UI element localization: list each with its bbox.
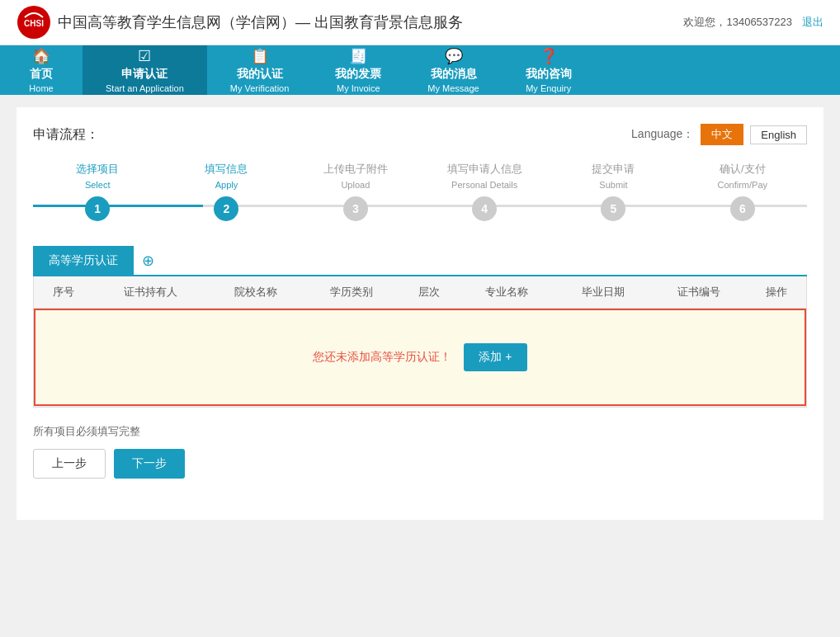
navigation: 🏠 首页 Home ☑ 申请认证 Start an Application 📋 … [0, 45, 840, 95]
nav-home[interactable]: 🏠 首页 Home [0, 45, 83, 95]
tab-bar: 高等学历认证 ⊕ [33, 246, 807, 276]
nav-enquiry-cn: 我的咨询 [526, 67, 572, 82]
language-switcher: Language： 中文 English [631, 124, 807, 145]
step-3-en: Upload [341, 180, 370, 190]
step-2-circle: 2 [214, 196, 238, 221]
nav-invoice-cn: 我的发票 [335, 67, 381, 82]
table-container: 序号 证书持有人 院校名称 学历类别 层次 专业名称 毕业日期 证书编号 操作 … [33, 276, 807, 408]
step-1-circle: 1 [85, 196, 110, 221]
step-1-num: 1 [94, 202, 101, 215]
col-action: 操作 [747, 276, 806, 309]
nav-apply-cn: 申请认证 [121, 67, 168, 82]
nav-apply[interactable]: ☑ 申请认证 Start an Application [83, 45, 207, 95]
empty-state-cell: 您还未添加高等学历认证！ 添加 + [34, 309, 806, 407]
col-cert-num: 证书编号 [651, 276, 747, 309]
nav-message-cn: 我的消息 [431, 67, 477, 82]
home-icon: 🏠 [32, 47, 50, 65]
logo-area: CHSI 中国高等教育学生信息网（学信网）— 出国教育背景信息服务 [17, 5, 463, 40]
header: CHSI 中国高等教育学生信息网（学信网）— 出国教育背景信息服务 欢迎您，13… [0, 0, 840, 45]
step-4-en: Personal Details [451, 180, 517, 190]
footer-note: 所有项目必须填写完整 [33, 424, 807, 439]
nav-verification-cn: 我的认证 [237, 67, 283, 82]
nav-message-en: My Message [427, 83, 479, 93]
nav-my-message[interactable]: 💬 我的消息 My Message [404, 45, 502, 95]
step-6: 确认/支付 Confirm/Pay 6 [678, 162, 807, 221]
enquiry-icon: ❓ [540, 47, 558, 65]
footer-buttons: 上一步 下一步 [33, 449, 807, 479]
prev-step-button[interactable]: 上一步 [33, 449, 106, 479]
step-5-cn: 提交申请 [592, 162, 635, 177]
tab-add-button[interactable]: ⊕ [135, 248, 161, 273]
steps-line-filled [33, 205, 203, 207]
step-5-circle: 5 [601, 196, 625, 221]
step-3: 上传电子附件 Upload 3 [291, 162, 420, 221]
empty-state: 您还未添加高等学历认证！ 添加 + [34, 309, 806, 406]
step-6-circle: 6 [730, 196, 755, 221]
apply-icon: ☑ [138, 47, 151, 65]
nav-home-en: Home [29, 83, 53, 93]
invoice-icon: 🧾 [349, 47, 367, 65]
lang-en-button[interactable]: English [750, 125, 807, 144]
user-area: 欢迎您，13406537223 退出 [683, 15, 823, 30]
tab-higher-edu[interactable]: 高等学历认证 [33, 246, 134, 275]
tab-higher-edu-label: 高等学历认证 [49, 253, 118, 267]
step-6-cn: 确认/支付 [720, 162, 766, 177]
verification-icon: 📋 [251, 47, 269, 65]
lang-cn-button[interactable]: 中文 [701, 124, 743, 145]
step-2-num: 2 [224, 202, 230, 215]
step-2-cn: 填写信息 [205, 162, 248, 177]
step-6-num: 6 [739, 202, 746, 215]
process-header: 申请流程： Language： 中文 English [33, 124, 807, 145]
step-2: 填写信息 Apply 2 [162, 162, 290, 221]
welcome-text: 欢迎您，13406537223 [683, 15, 792, 30]
step-6-en: Confirm/Pay [718, 180, 768, 190]
table-header-row: 序号 证书持有人 院校名称 学历类别 层次 专业名称 毕业日期 证书编号 操作 [34, 276, 806, 309]
step-5: 提交申请 Submit 5 [549, 162, 677, 221]
steps-container: 选择项目 Select 1 填写信息 Apply 2 上传电子附件 Upload… [33, 162, 807, 221]
step-1-cn: 选择项目 [76, 162, 119, 177]
nav-verification-en: My Verification [230, 83, 290, 93]
nav-enquiry-en: My Enquiry [526, 83, 571, 93]
step-4-cn: 填写申请人信息 [447, 162, 522, 177]
empty-text: 您还未添加高等学历认证！ [313, 350, 451, 365]
step-1-en: Select [85, 180, 111, 190]
message-icon: 💬 [445, 47, 463, 65]
nav-my-enquiry[interactable]: ❓ 我的咨询 My Enquiry [503, 45, 595, 95]
step-3-circle: 3 [343, 196, 368, 221]
col-num: 序号 [34, 276, 93, 309]
nav-home-cn: 首页 [30, 67, 53, 82]
col-grad-date: 毕业日期 [554, 276, 650, 309]
nav-apply-en: Start an Application [106, 83, 184, 93]
chsi-logo-icon: CHSI [17, 5, 51, 40]
add-credential-button[interactable]: 添加 + [464, 343, 526, 371]
table-empty-row: 您还未添加高等学历认证！ 添加 + [34, 309, 806, 407]
step-3-num: 3 [352, 202, 359, 215]
step-5-num: 5 [611, 202, 617, 215]
step-1: 选择项目 Select 1 [33, 162, 162, 221]
step-2-en: Apply [215, 180, 238, 190]
credentials-table: 序号 证书持有人 院校名称 学历类别 层次 专业名称 毕业日期 证书编号 操作 … [34, 276, 806, 407]
step-4-num: 4 [481, 202, 488, 215]
nav-my-invoice[interactable]: 🧾 我的发票 My Invoice [312, 45, 404, 95]
col-edu-type: 学历类别 [304, 276, 399, 309]
col-school: 院校名称 [207, 276, 303, 309]
main-content: 申请流程： Language： 中文 English 选择项目 Select 1… [17, 107, 823, 520]
nav-invoice-en: My Invoice [337, 83, 380, 93]
step-4: 填写申请人信息 Personal Details 4 [420, 162, 549, 221]
site-title: 中国高等教育学生信息网（学信网）— 出国教育背景信息服务 [58, 12, 463, 32]
col-major: 专业名称 [459, 276, 554, 309]
logout-button[interactable]: 退出 [802, 15, 823, 30]
nav-my-verification[interactable]: 📋 我的认证 My Verification [207, 45, 313, 95]
language-label: Language： [631, 127, 694, 142]
col-level: 层次 [399, 276, 459, 309]
col-holder: 证书持有人 [93, 276, 208, 309]
step-3-cn: 上传电子附件 [323, 162, 388, 177]
process-title: 申请流程： [33, 126, 99, 144]
svg-text:CHSI: CHSI [24, 19, 44, 28]
step-5-en: Submit [599, 180, 627, 190]
step-4-circle: 4 [472, 196, 497, 221]
next-step-button[interactable]: 下一步 [114, 449, 185, 479]
